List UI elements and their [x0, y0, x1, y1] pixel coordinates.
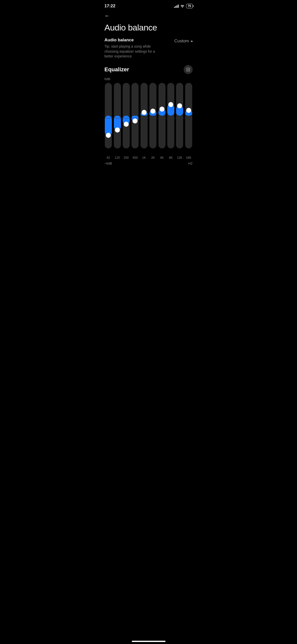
freq-label-16khz: 16K: [185, 156, 192, 159]
equalizer-header: Equalizer: [100, 65, 198, 74]
audio-balance-tip: Tip: start playing a song while choosing…: [105, 44, 165, 59]
audio-balance-section: Audio balance Tip: start playing a song …: [100, 38, 198, 59]
battery-level: 75: [188, 4, 191, 8]
slider-thumb-125hz[interactable]: [115, 127, 120, 133]
freq-label-4khz: 4K: [158, 156, 166, 159]
equalizer-title: Equalizer: [105, 66, 129, 73]
slider-track-1khz[interactable]: [141, 83, 148, 148]
slider-thumb-4khz[interactable]: [159, 107, 164, 112]
status-bar: 17:22 75: [100, 0, 198, 11]
audio-balance-heading: Audio balance: [105, 38, 174, 43]
frequency-labels: 621252505001K2K4K8K12K16K: [105, 156, 193, 159]
slider-track-16khz[interactable]: [185, 83, 192, 148]
freq-label-250hz: 250: [122, 156, 130, 159]
slider-track-250hz[interactable]: [123, 83, 130, 148]
preset-label: Custom: [174, 39, 189, 44]
nav-bar: ←: [100, 11, 198, 20]
db-label-top: 6dB: [105, 77, 193, 81]
slider-track-500hz[interactable]: [131, 83, 139, 148]
audio-balance-left: Audio balance Tip: start playing a song …: [105, 38, 174, 59]
signal-icon: [174, 4, 179, 8]
status-icons: 75: [174, 4, 192, 8]
battery-indicator: 75: [186, 4, 192, 8]
slider-thumb-8khz[interactable]: [168, 102, 173, 107]
slider-thumb-62hz[interactable]: [106, 133, 111, 138]
sliders-area: [105, 83, 193, 153]
equalizer-container: 6dB 621252505001K2K4K8K12K16K –6dB HZ: [100, 77, 198, 165]
audio-balance-row: Audio balance Tip: start playing a song …: [105, 38, 193, 59]
hz-label: HZ: [188, 162, 192, 165]
chevron-updown-icon: [191, 40, 193, 42]
freq-label-125hz: 125: [113, 156, 121, 159]
status-time: 17:22: [105, 4, 115, 9]
slider-thumb-500hz[interactable]: [133, 118, 138, 123]
db-label-bottom: –6dB: [105, 162, 112, 165]
freq-label-1khz: 1K: [140, 156, 148, 159]
preset-selector[interactable]: Custom: [174, 39, 193, 44]
center-line: [105, 118, 193, 118]
slider-track-8khz[interactable]: [167, 83, 174, 148]
db-bottom-row: –6dB HZ: [105, 162, 193, 165]
freq-label-62hz: 62: [105, 156, 112, 159]
page-title: Audio balance: [100, 20, 198, 38]
slider-thumb-16khz[interactable]: [186, 108, 191, 113]
slider-thumb-12khz[interactable]: [177, 103, 182, 108]
slider-thumb-2khz[interactable]: [150, 109, 155, 114]
freq-label-8khz: 8K: [167, 156, 175, 159]
trash-icon: [186, 67, 190, 72]
slider-track-4khz[interactable]: [158, 83, 166, 148]
freq-label-500hz: 500: [131, 156, 139, 159]
slider-thumb-1khz[interactable]: [142, 110, 147, 115]
slider-track-12khz[interactable]: [176, 83, 183, 148]
slider-track-62hz[interactable]: [105, 83, 112, 148]
reset-equalizer-button[interactable]: [184, 65, 193, 74]
freq-label-12khz: 12K: [176, 156, 184, 159]
slider-track-2khz[interactable]: [149, 83, 156, 148]
wifi-icon: [180, 4, 185, 8]
slider-track-125hz[interactable]: [114, 83, 121, 148]
slider-fill-62hz: [105, 116, 112, 135]
slider-thumb-250hz[interactable]: [124, 122, 129, 127]
freq-label-2khz: 2K: [149, 156, 157, 159]
back-button[interactable]: ←: [105, 13, 110, 19]
